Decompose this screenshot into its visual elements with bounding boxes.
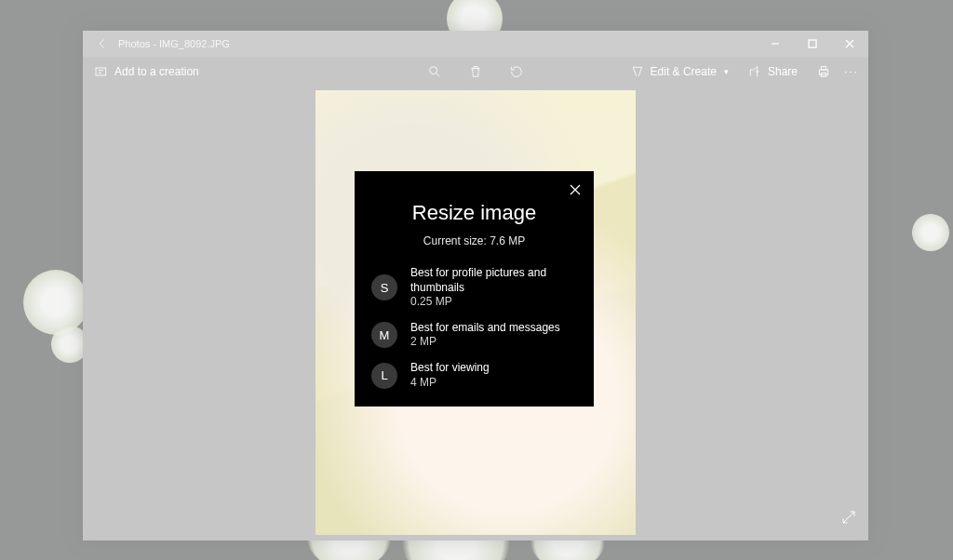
share-button[interactable]: Share: [742, 60, 803, 83]
dialog-title: Resize image: [355, 201, 594, 225]
option-size: 2 MP: [410, 335, 560, 350]
svg-rect-3: [819, 70, 827, 74]
window-title: Photos - IMG_8092.JPG: [118, 38, 230, 49]
close-icon[interactable]: [564, 179, 586, 201]
size-badge: M: [371, 322, 397, 348]
svg-rect-1: [96, 68, 106, 75]
resize-option-small[interactable]: S Best for profile pictures and thumbnai…: [355, 260, 594, 315]
svg-rect-0: [809, 40, 816, 47]
size-badge: S: [371, 274, 397, 300]
titlebar: Photos - IMG_8092.JPG: [83, 31, 868, 57]
back-button[interactable]: [87, 31, 118, 57]
desktop-flower-deco: [23, 270, 88, 335]
resize-option-medium[interactable]: M Best for emails and messages 2 MP: [355, 315, 594, 355]
option-desc: Best for viewing: [410, 361, 490, 376]
chevron-down-icon: ▾: [724, 67, 729, 76]
zoom-icon[interactable]: [427, 64, 442, 79]
delete-icon[interactable]: [468, 64, 483, 79]
window-controls: [757, 31, 868, 57]
print-icon[interactable]: [816, 64, 831, 79]
minimize-button[interactable]: [757, 31, 794, 57]
share-label: Share: [768, 65, 798, 78]
option-size: 4 MP: [410, 376, 490, 391]
toolbar-center: [427, 64, 524, 79]
share-icon: [747, 64, 762, 79]
add-collection-icon: [94, 64, 109, 79]
maximize-button[interactable]: [794, 31, 831, 57]
current-size: Current size: 7.6 MP: [355, 234, 594, 247]
resize-image-dialog: Resize image Current size: 7.6 MP S Best…: [355, 171, 594, 407]
size-badge: L: [371, 363, 397, 389]
svg-rect-4: [821, 66, 825, 69]
fullscreen-icon[interactable]: [840, 509, 857, 529]
svg-point-2: [430, 66, 437, 73]
option-desc: Best for emails and messages: [410, 321, 560, 336]
toolbar: Add to a creation Edit & Create ▾: [83, 57, 868, 85]
option-desc: Best for profile pictures and thumbnails: [410, 266, 577, 295]
option-size: 0.25 MP: [410, 295, 577, 310]
add-to-creation-label: Add to a creation: [114, 65, 199, 78]
edit-create-label: Edit & Create: [651, 65, 717, 78]
resize-option-large[interactable]: L Best for viewing 4 MP: [355, 355, 594, 395]
desktop-flower-deco: [912, 214, 949, 251]
rotate-icon[interactable]: [509, 64, 524, 79]
close-window-button[interactable]: [831, 31, 868, 57]
add-to-creation-button[interactable]: Add to a creation: [88, 60, 205, 83]
edit-create-button[interactable]: Edit & Create ▾: [624, 60, 734, 83]
more-icon[interactable]: ···: [844, 64, 859, 79]
edit-icon: [630, 64, 645, 79]
